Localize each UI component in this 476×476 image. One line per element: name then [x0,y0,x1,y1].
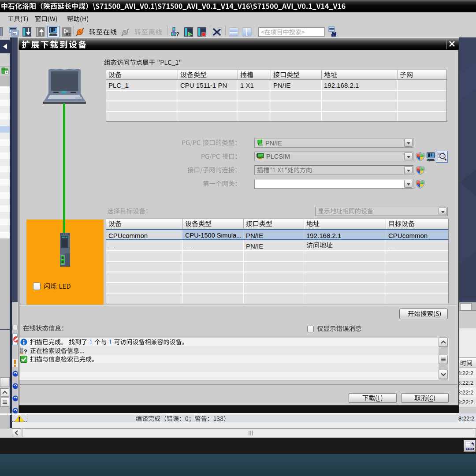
svg-text:?: ? [24,348,27,355]
svg-text:?: ? [176,31,179,37]
svg-text:RT: RT [66,32,71,37]
svg-text:01: 01 [13,32,17,36]
